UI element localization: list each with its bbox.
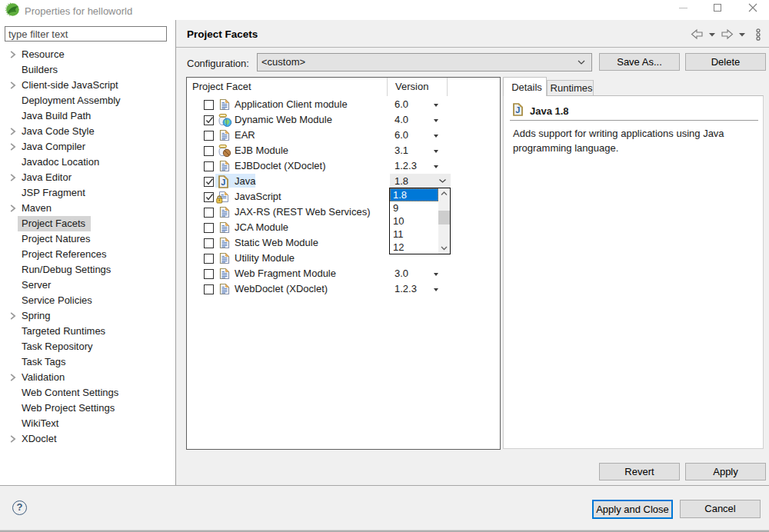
svg-text:J: J — [221, 178, 225, 187]
svg-text:J: J — [515, 105, 520, 115]
